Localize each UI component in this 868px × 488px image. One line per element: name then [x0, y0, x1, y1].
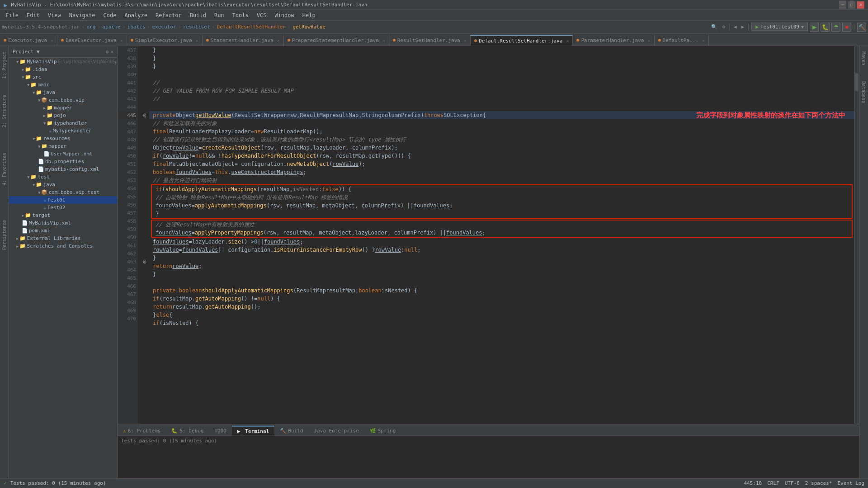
- run-button[interactable]: ▶: [810, 23, 819, 32]
- breadcrumb-apache[interactable]: apache: [103, 24, 121, 30]
- status-crlf[interactable]: CRLF: [767, 480, 779, 486]
- right-tab-maven[interactable]: Maven: [860, 48, 867, 69]
- left-tab-project[interactable]: 1: Project: [1, 48, 8, 82]
- menu-tools[interactable]: Tools: [229, 10, 252, 20]
- menu-view[interactable]: View: [44, 10, 65, 20]
- tab-simpleexecutor[interactable]: SimpleExecutor.java ✕: [127, 35, 203, 46]
- stop-button[interactable]: ■: [842, 23, 851, 32]
- coverage-button[interactable]: ☂: [831, 23, 840, 32]
- sidebar-item-usermapper[interactable]: 📄 UserMapper.xml: [9, 150, 117, 158]
- sidebar-item-com-bobo-vip[interactable]: ▼📦 com.bobo.vip: [9, 96, 117, 104]
- bottom-tab-build[interactable]: 🔨 Build: [274, 426, 308, 436]
- build-button[interactable]: 🔨: [857, 23, 866, 32]
- nav-back-icon[interactable]: ◀: [732, 24, 738, 30]
- sidebar-item-main[interactable]: ▼📁 main: [9, 81, 117, 89]
- scrollbar-vertical[interactable]: [854, 46, 859, 424]
- sidebar-item-src[interactable]: ▼📁 src: [9, 73, 117, 81]
- search-everywhere-icon[interactable]: 🔍: [710, 24, 719, 30]
- right-tab-database[interactable]: Database: [860, 78, 867, 107]
- sidebar-item-dbprops[interactable]: 📄 db.properties: [9, 158, 117, 165]
- sidebar-item-test[interactable]: ▼📁 test: [9, 173, 117, 181]
- window-controls[interactable]: ─ □ ✕: [839, 1, 864, 9]
- sidebar-item-mybatis-config[interactable]: 📄 mybatis-config.xml: [9, 165, 117, 173]
- tab-statementhandler[interactable]: StatementHandler.java ✕: [203, 35, 284, 46]
- nav-forward-icon[interactable]: ▶: [740, 24, 746, 30]
- tab-resultsethandler[interactable]: ResultSetHandler.java ✕: [389, 35, 471, 46]
- sidebar-item-myatisvip[interactable]: ▼📁 MyBatisVip E:\workspace\VipWorkSpace\…: [9, 58, 117, 66]
- menu-vcs[interactable]: VCS: [253, 10, 270, 20]
- tab-preparedstatement[interactable]: PreparedStatementHandler.java ✕: [284, 35, 389, 46]
- sidebar-item-mapper-res[interactable]: ▼📁 mapper: [9, 142, 117, 150]
- sidebar-item-pom[interactable]: 📄 pom.xml: [9, 227, 117, 235]
- sidebar-item-external-libs[interactable]: ▶📁 External Libraries: [9, 235, 117, 242]
- tab-close-drsh[interactable]: ✕: [566, 38, 569, 43]
- maximize-button[interactable]: □: [848, 1, 855, 9]
- tab-close-simple[interactable]: ✕: [196, 38, 198, 43]
- menu-help[interactable]: Help: [299, 10, 319, 20]
- sidebar-gear-icon[interactable]: ⚙: [106, 49, 109, 55]
- tab-defaultpa[interactable]: DefaultPa... ✕: [655, 35, 709, 46]
- sidebar-item-java-main[interactable]: ▼📁 java: [9, 89, 117, 96]
- sidebar-item-target[interactable]: ▶📁 target: [9, 211, 117, 219]
- tab-close-executor[interactable]: ✕: [51, 38, 53, 43]
- status-encoding[interactable]: UTF-8: [785, 480, 800, 486]
- code-content[interactable]: } } } // // GET VALUE FROM ROW FOR SIMPL…: [149, 46, 854, 424]
- sidebar-item-test01[interactable]: ☕ Test01: [9, 196, 117, 204]
- close-button[interactable]: ✕: [857, 1, 864, 9]
- menu-navigate[interactable]: Navigate: [66, 10, 99, 20]
- breadcrumb-class[interactable]: DefaultResultSetHandler: [217, 24, 286, 30]
- tab-close-stmt[interactable]: ✕: [277, 38, 280, 43]
- menu-edit[interactable]: Edit: [23, 10, 43, 20]
- breadcrumb-method[interactable]: getRowValue: [292, 24, 326, 30]
- tab-close-base[interactable]: ✕: [120, 38, 123, 43]
- left-tab-structure[interactable]: 2: Structure: [1, 91, 8, 131]
- minimize-button[interactable]: ─: [839, 1, 846, 9]
- tab-close-rsh[interactable]: ✕: [464, 38, 467, 43]
- sidebar-item-java-test[interactable]: ▼📁 java: [9, 181, 117, 188]
- settings-icon[interactable]: ⚙: [721, 24, 726, 30]
- sidebar-item-scratches[interactable]: ▶📁 Scratches and Consoles: [9, 242, 117, 250]
- menu-run[interactable]: Run: [211, 10, 228, 20]
- menu-build[interactable]: Build: [186, 10, 210, 20]
- scrollbar-thumb[interactable]: [855, 73, 859, 91]
- tab-close-dpa[interactable]: ✕: [702, 38, 705, 43]
- left-tab-favorites[interactable]: 4: Favorites: [1, 149, 8, 189]
- sidebar-item-idea[interactable]: ▶📁 .idea: [9, 66, 117, 73]
- left-tab-persistence[interactable]: Persistence: [1, 216, 8, 253]
- menu-analyze[interactable]: Analyze: [121, 10, 151, 20]
- bottom-tab-javaenterprise[interactable]: Java Enterprise: [308, 426, 364, 436]
- sidebar-item-pojo[interactable]: ▶📁 pojo: [9, 112, 117, 119]
- tab-close-prep[interactable]: ✕: [382, 38, 385, 43]
- status-event-log[interactable]: Event Log: [837, 480, 864, 486]
- menu-code[interactable]: Code: [100, 10, 120, 20]
- bottom-tab-terminal[interactable]: ▶_ Terminal: [232, 426, 274, 436]
- bottom-tab-spring[interactable]: 🌿 Spring: [364, 426, 401, 436]
- tab-defaultresultset[interactable]: DefaultResultSetHandler.java ✕: [471, 35, 573, 46]
- tab-executor[interactable]: Executor.java ✕: [0, 35, 57, 46]
- status-indent[interactable]: 2 spaces*: [805, 480, 832, 486]
- menu-window[interactable]: Window: [271, 10, 297, 20]
- breadcrumb-executor[interactable]: executor: [152, 24, 176, 30]
- tab-parameterhandler[interactable]: ParameterHandler.java ✕: [573, 35, 654, 46]
- sidebar-item-myatisvip-xml[interactable]: 📄 MyBatisVip.xml: [9, 219, 117, 227]
- menu-refactor[interactable]: Refactor: [152, 10, 185, 20]
- sidebar-item-typehandler[interactable]: ▼📁 typehandler: [9, 119, 117, 127]
- breadcrumb-org[interactable]: org: [86, 24, 95, 30]
- tab-close-ph[interactable]: ✕: [647, 38, 650, 43]
- code-editor[interactable]: 437 438 439 440 441 442 443 444 445 446 …: [118, 46, 859, 424]
- debug-button[interactable]: 🐛: [821, 23, 830, 32]
- bottom-tab-todo[interactable]: TODO: [209, 426, 232, 436]
- run-configuration[interactable]: ▶ Test01.test09 ▼: [751, 23, 808, 31]
- bottom-tab-debug[interactable]: 🐛 5: Debug: [166, 426, 209, 436]
- bottom-tab-problems[interactable]: ⚠ 6: Problems: [118, 426, 166, 436]
- breadcrumb-resultset[interactable]: resultset: [183, 24, 210, 30]
- sidebar-close-icon[interactable]: ✕: [110, 49, 113, 55]
- tab-baseexecutor[interactable]: BaseExecutor.java ✕: [57, 35, 127, 46]
- sidebar-item-test02[interactable]: ☕ Test02: [9, 204, 117, 211]
- menu-file[interactable]: File: [2, 10, 22, 20]
- sidebar-item-mapper[interactable]: ▶📁 mapper: [9, 104, 117, 112]
- sidebar-item-com-bobo-test[interactable]: ▼📦 com.bobo.vip.test: [9, 188, 117, 196]
- sidebar-item-resources[interactable]: ▼📁 resources: [9, 135, 117, 142]
- sidebar-item-mytypehandler[interactable]: ☕ MyTypeHandler: [9, 127, 117, 135]
- breadcrumb-ibatis[interactable]: ibatis: [127, 24, 146, 30]
